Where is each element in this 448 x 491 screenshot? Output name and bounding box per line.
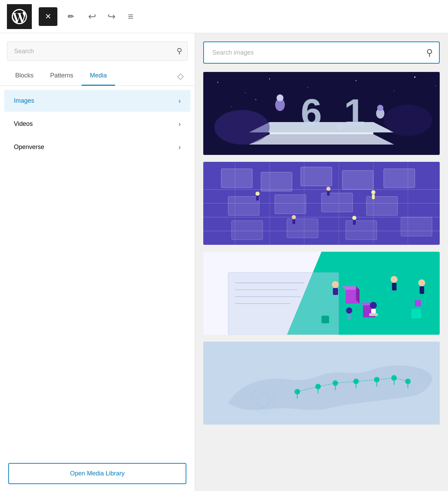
svg-point-22 (384, 105, 432, 136)
svg-rect-48 (256, 196, 259, 201)
image-card-4[interactable] (203, 342, 440, 425)
svg-rect-37 (342, 170, 373, 189)
svg-rect-76 (369, 313, 378, 316)
svg-point-53 (292, 215, 296, 219)
svg-rect-38 (384, 169, 415, 188)
svg-marker-11 (249, 134, 394, 145)
menu-icon: ≡ (128, 11, 133, 22)
svg-point-2 (245, 92, 246, 93)
svg-rect-52 (372, 194, 375, 199)
svg-point-21 (214, 110, 270, 145)
edit-icon: ✏ (68, 12, 74, 21)
svg-point-8 (435, 85, 436, 86)
menu-item-openverse[interactable]: Openverse › (4, 136, 190, 158)
svg-rect-34 (221, 169, 252, 188)
svg-rect-36 (301, 167, 332, 186)
image-card-2[interactable] (203, 162, 440, 245)
svg-rect-44 (287, 219, 318, 238)
svg-rect-81 (321, 316, 329, 323)
svg-rect-80 (347, 314, 351, 320)
open-media-library-button[interactable]: Open Media Library (8, 463, 186, 484)
tab-icon-diamond[interactable]: ◇ (173, 67, 188, 85)
svg-rect-50 (327, 191, 330, 196)
svg-text:6: 6 (301, 91, 322, 133)
svg-rect-71 (333, 288, 338, 295)
svg-rect-41 (321, 193, 353, 212)
svg-point-6 (394, 91, 394, 91)
image-4-svg (203, 342, 440, 425)
chevron-right-icon: › (178, 120, 181, 128)
menu-item-videos[interactable]: Videos › (4, 113, 190, 135)
image-1-svg: 6 1 (203, 72, 440, 155)
undo-button[interactable]: ↩ (84, 9, 100, 24)
svg-point-55 (352, 216, 356, 220)
search-bar: ⚲ (7, 41, 188, 61)
svg-point-1 (217, 82, 218, 83)
redo-icon: ↪ (108, 11, 115, 22)
svg-rect-35 (261, 172, 292, 191)
svg-point-18 (277, 94, 283, 101)
wordpress-logo (7, 4, 32, 29)
svg-rect-45 (346, 221, 377, 240)
svg-point-10 (255, 99, 256, 100)
left-panel: ⚲ Blocks Patterns Media ◇ Images › (0, 33, 195, 491)
menu-item-images[interactable]: Images › (4, 90, 190, 112)
svg-point-74 (370, 302, 377, 309)
svg-point-9 (231, 106, 232, 107)
edit-button[interactable]: ✏ (62, 7, 80, 26)
tab-patterns[interactable]: Patterns (42, 66, 82, 86)
wp-logo-icon (12, 9, 27, 24)
redo-button[interactable]: ↪ (104, 9, 119, 24)
image-search-input[interactable] (203, 41, 440, 64)
svg-point-79 (346, 307, 352, 314)
svg-point-4 (307, 87, 308, 88)
svg-point-72 (391, 276, 398, 283)
svg-rect-39 (228, 196, 259, 215)
svg-rect-83 (415, 300, 421, 306)
svg-rect-82 (411, 309, 421, 318)
svg-rect-43 (232, 221, 263, 240)
svg-point-5 (356, 80, 357, 81)
svg-point-7 (414, 76, 416, 78)
tab-media[interactable]: Media (82, 66, 115, 86)
svg-text:1: 1 (344, 91, 365, 133)
image-grid: 6 1 (203, 72, 440, 425)
image-card-3[interactable] (203, 252, 440, 335)
image-card-1[interactable]: 6 1 (203, 72, 440, 155)
image-2-svg (203, 162, 440, 245)
image-search-bar: ⚲ (203, 41, 440, 64)
svg-point-51 (371, 190, 375, 194)
chevron-right-icon: › (178, 143, 181, 151)
search-input[interactable] (7, 41, 188, 61)
svg-rect-73 (392, 283, 396, 290)
svg-point-20 (377, 105, 383, 111)
media-menu: Images › Videos › Openverse › (0, 86, 195, 456)
svg-rect-40 (275, 195, 306, 214)
image-3-svg (203, 252, 440, 335)
svg-point-15 (337, 124, 344, 131)
main-layout: ⚲ Blocks Patterns Media ◇ Images › (0, 33, 448, 491)
svg-rect-56 (353, 220, 356, 225)
undo-icon: ↩ (88, 11, 96, 22)
svg-point-49 (326, 187, 330, 191)
toolbar: ✕ ✏ ↩ ↪ ≡ (0, 0, 448, 33)
svg-point-77 (418, 279, 425, 286)
svg-rect-54 (292, 219, 295, 224)
svg-point-47 (255, 192, 260, 196)
chevron-right-icon: › (178, 97, 181, 105)
svg-point-3 (269, 78, 270, 80)
right-panel: ⚲ (195, 33, 448, 491)
svg-rect-46 (401, 217, 432, 236)
tab-blocks[interactable]: Blocks (7, 66, 42, 86)
close-button[interactable]: ✕ (39, 7, 57, 26)
svg-rect-78 (420, 286, 424, 294)
svg-point-70 (332, 281, 339, 288)
menu-button[interactable]: ≡ (123, 9, 138, 24)
svg-point-87 (315, 384, 321, 389)
svg-rect-42 (366, 196, 398, 215)
tabs-bar: Blocks Patterns Media ◇ (0, 66, 195, 86)
